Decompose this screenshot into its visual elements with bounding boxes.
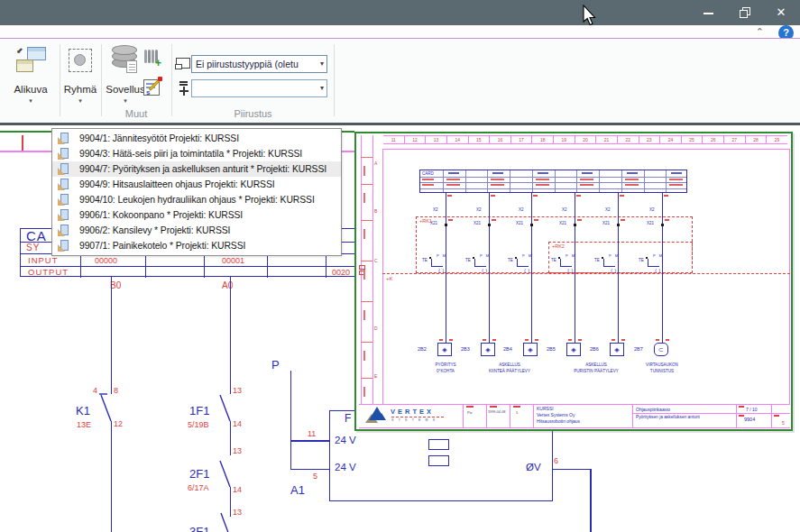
window-titlebar-shape [28, 48, 45, 51]
set-square-shape [58, 183, 65, 190]
macro-add-button[interactable]: + [143, 48, 164, 69]
cell-mark [625, 179, 639, 180]
cell-mark [446, 184, 460, 186]
te-label: TE [639, 258, 644, 262]
ruler-cell: 14 [446, 136, 468, 143]
drawing-list-item-label: 9907/1: Painikekotelo * Projekti: KURSSI [79, 241, 245, 251]
ruler-number: 16 [490, 136, 510, 144]
frame-line [382, 149, 383, 405]
restore-button[interactable] [731, 0, 759, 25]
ruler-cell: 27 [723, 136, 745, 143]
connector-glyph: ⟨⟩ [438, 268, 446, 273]
drawing-list-item-label: 9904/3: Hätä-seis piiri ja toimintatila … [79, 149, 302, 159]
ribbon-tab-strip: ⌃ ? [0, 25, 800, 38]
sensor-pin-mark [492, 339, 496, 341]
ruler-number: 24 [660, 136, 681, 144]
edit-sheet-button[interactable]: s [143, 77, 164, 98]
wire-pin-mark [576, 195, 581, 197]
connector-glyph: ⟨⟩ [655, 268, 662, 273]
set-square-shape [58, 229, 65, 236]
logo-underline [391, 417, 444, 417]
letter-s: s [146, 90, 150, 96]
titleblock-line [736, 404, 737, 428]
ruler-cell: 18 [531, 136, 553, 143]
minimize-button[interactable] [694, 0, 723, 25]
drawing-list-item[interactable]: 9906/2: Kansilevy * Projekti: KURSSI [52, 223, 341, 238]
terminal-label: X2 [605, 207, 611, 212]
chevron-down-icon: ▾ [4, 97, 58, 105]
close-button[interactable]: ✕ [767, 0, 795, 25]
frame-line [372, 135, 373, 405]
table-column-line [666, 170, 667, 192]
table-column-line [532, 170, 533, 192]
sensor-pin-mark [621, 339, 625, 341]
curtain-icon [152, 50, 154, 63]
ruler-number: 17 [511, 136, 532, 144]
terminal-dot [617, 224, 620, 226]
alikuva-button[interactable]: ⬋ Alikuva ▾ [4, 44, 58, 120]
field-label-mark [466, 406, 474, 408]
drawing-canvas[interactable]: CA SY INPUT OUTPUT 00000 00001 0020 B0 A… [0, 125, 800, 532]
row-letter: C [374, 258, 378, 263]
te-foot [560, 266, 572, 267]
ruler-number: 27 [724, 136, 745, 144]
cell-mark [491, 184, 504, 186]
sensor-caption: ASKELLUSKIINTEÄ PÄÄTYLEVY [466, 362, 553, 374]
drawing-list-item-label: 9904/1: Jännitesyötöt Projekti: KURSSI [79, 133, 239, 143]
drawing-type-combo[interactable]: Ei piirustustyyppiä (oletu ▾ [191, 55, 327, 73]
drawing-file-icon [57, 193, 71, 206]
drawing-list-item[interactable]: 9907/1: Painikekotelo * Projekti: KURSSI [52, 238, 341, 253]
drawing-preview-window: 11121314151617181920212223242526272829 [354, 132, 793, 431]
drawing-list-item[interactable]: 9904/7: Pyörityksen ja askelluksen antur… [52, 161, 341, 177]
ruler-number: 19 [554, 136, 575, 144]
ruler-number: 26 [703, 136, 723, 144]
caption-line: VIRTAUSAUKON [619, 362, 705, 368]
te-foot [603, 266, 615, 267]
drawing-list-item[interactable]: 9904/10: Leukojen hydrauliikan ohjaus * … [52, 192, 341, 207]
terminal-dot [488, 224, 491, 226]
wire-pin-mark [447, 195, 452, 197]
connector-glyph: ⟨⟩ [482, 268, 489, 273]
row-letter: E [374, 373, 377, 379]
strip-divider [361, 378, 372, 379]
strip-text-mark [363, 387, 365, 397]
ruler-number: 20 [575, 136, 596, 144]
ruler-number: 11 [383, 136, 404, 144]
drawing-list-item[interactable]: 9904/3: Hätä-seis piiri ja toimintatila … [52, 146, 341, 161]
ruler-number: 15 [469, 136, 490, 144]
ryhma-button[interactable]: Ryhmä ▾ [60, 44, 100, 120]
terminal-label: X21 [516, 221, 523, 225]
ruler-number: 14 [447, 136, 468, 144]
terminal-label: X21 [430, 221, 437, 225]
preview-io-card-table: CARD [419, 170, 687, 193]
te-label: TE [594, 258, 600, 262]
ruler-number: 12 [405, 136, 426, 144]
titleblock-line [533, 404, 534, 428]
cell-mark [492, 172, 503, 174]
ruler-cell: 25 [681, 136, 703, 143]
second-combo[interactable]: ▾ [191, 79, 327, 97]
terminal-label: X21 [647, 221, 654, 225]
table-column-line [599, 170, 600, 192]
field-date: 1999-04-08 [488, 410, 505, 414]
drawing-list-item[interactable]: 9906/1: Kokoonpano * Projekti: KURSSI [52, 207, 341, 223]
frame-line [359, 427, 790, 428]
drawing-list-item[interactable]: 9904/1: Jännitesyötöt Projekti: KURSSI [52, 131, 341, 146]
drawing-list-item-label: 9906/2: Kansilevy * Projekti: KURSSI [79, 225, 230, 235]
group-divider [101, 44, 102, 116]
doc-line [129, 69, 135, 70]
ruler-cell: 11 [383, 136, 404, 143]
drawing-list-item-label: 9904/7: Pyörityksen ja askelluksen antur… [79, 164, 326, 174]
vertex-logo-subtext: S Y S T E M S [391, 418, 437, 422]
collapse-ribbon-icon[interactable]: ⌃ [756, 26, 764, 38]
chevron-down-icon: ▾ [103, 97, 148, 105]
drawing-list-item[interactable]: 9904/9: Hitsauslaitteen ohjaus Projekti:… [52, 177, 341, 192]
pm-label: P M [480, 253, 491, 258]
group-select-icon [69, 49, 92, 72]
doc-line [129, 64, 135, 65]
cell-mark [580, 179, 593, 180]
ruler-cell: 29 [766, 136, 787, 143]
terminal-label: X2 [476, 207, 482, 212]
cell-mark [580, 184, 593, 186]
caption-line: ASKELLUS [466, 362, 553, 368]
